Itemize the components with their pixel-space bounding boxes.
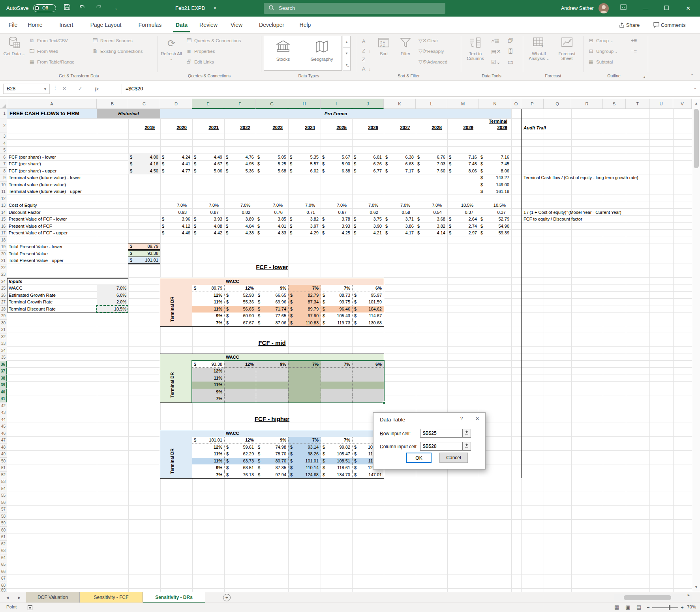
- maximize-button[interactable]: [657, 0, 676, 17]
- data-validation-icon[interactable]: ☑⌄: [491, 57, 501, 67]
- sens-cell[interactable]: $119.73: [321, 320, 352, 327]
- cell-M6[interactable]: $7.16: [447, 154, 479, 161]
- cell-N15[interactable]: $52.79: [479, 216, 511, 223]
- sens-cell[interactable]: $55.36: [224, 299, 256, 306]
- sheet-tab-sensitivity-fcf[interactable]: Sensitivity - FCF: [80, 592, 143, 603]
- sens-cell[interactable]: $147.01: [352, 472, 384, 479]
- ribbon-tab-file[interactable]: File: [7, 17, 19, 34]
- cell-G17[interactable]: $4.33: [256, 230, 288, 237]
- vertical-scrollbar[interactable]: ▲ ▼: [692, 99, 700, 592]
- ungroup-button[interactable]: ⊟Ungroup ⌄: [587, 47, 618, 56]
- column-header-F[interactable]: F: [224, 99, 256, 109]
- row-header-41[interactable]: 41: [0, 395, 7, 402]
- row-header-35[interactable]: 35: [0, 354, 7, 361]
- formula-bar-expand-icon[interactable]: ⌄: [694, 86, 697, 90]
- sens-cell[interactable]: $56.65: [224, 306, 256, 313]
- row-header-43[interactable]: 43: [0, 409, 7, 416]
- sens-row-header[interactable]: 7%: [192, 395, 224, 402]
- row-header-37[interactable]: 37: [0, 368, 7, 375]
- cell-K15[interactable]: $3.71: [384, 216, 416, 223]
- get-data-button[interactable]: Get Data ⌄: [2, 35, 26, 72]
- row-header-63[interactable]: 63: [0, 547, 7, 554]
- row-header-21[interactable]: 21: [0, 257, 7, 264]
- sens-cell[interactable]: $69.96: [256, 299, 288, 306]
- hscroll-right-icon[interactable]: ►: [687, 593, 691, 597]
- sens-cell[interactable]: [224, 389, 256, 396]
- sens-cell[interactable]: $105.47: [321, 451, 352, 458]
- sens-cell[interactable]: $130.68: [352, 320, 384, 327]
- row-header-59[interactable]: 59: [0, 520, 7, 527]
- row-header-57[interactable]: 57: [0, 506, 7, 513]
- sens-cell[interactable]: $71.74: [256, 306, 288, 313]
- sens-cell[interactable]: $74.98: [256, 444, 288, 451]
- enter-entry-icon[interactable]: ✓: [75, 84, 85, 94]
- sens-cell[interactable]: [256, 375, 288, 382]
- row-header-34[interactable]: 34: [0, 347, 7, 354]
- sens-col-header-7%[interactable]: 7%: [321, 437, 352, 444]
- sens-cell[interactable]: $67.67: [224, 320, 256, 327]
- sens-cell[interactable]: $101.59: [352, 299, 384, 306]
- properties-button[interactable]: 🗉Properties: [186, 47, 215, 56]
- column-input-range-picker-icon[interactable]: [463, 442, 471, 451]
- column-header-T[interactable]: T: [626, 99, 649, 109]
- from-table-range-button[interactable]: ▦From Table/Range: [28, 57, 74, 67]
- cell-K7[interactable]: $6.63: [384, 161, 416, 168]
- cell-C7[interactable]: $4.16: [128, 161, 160, 168]
- row-header-42[interactable]: 42: [0, 402, 7, 410]
- prev-sheet-icon[interactable]: ◄: [2, 592, 13, 603]
- sens-cell[interactable]: [256, 382, 288, 389]
- row-header-48[interactable]: 48: [0, 444, 7, 451]
- row-header-19[interactable]: 19: [0, 243, 7, 251]
- sens-col-header-9%[interactable]: 9%: [256, 437, 288, 444]
- cell-H14[interactable]: 0.71: [288, 209, 321, 216]
- gallery-scroll-arrows[interactable]: ▲▼▼̲: [343, 36, 351, 71]
- row-header-7[interactable]: 7: [0, 161, 7, 168]
- cell-N17[interactable]: $59.39: [479, 230, 511, 237]
- row-header-6[interactable]: 6: [0, 154, 7, 161]
- column-header-N[interactable]: N: [479, 99, 511, 109]
- horizontal-scrollbar[interactable]: [614, 594, 692, 601]
- ribbon-tab-page-layout[interactable]: Page Layout: [88, 17, 124, 34]
- cell-L17[interactable]: $4.14: [416, 230, 447, 237]
- hide-detail-icon[interactable]: −≡: [631, 47, 637, 56]
- sens-cell[interactable]: $114.67: [352, 313, 384, 320]
- cell-L16[interactable]: $3.82: [416, 223, 447, 230]
- column-header-E[interactable]: E: [192, 99, 224, 109]
- sens-col-header-7%[interactable]: 7%: [321, 361, 352, 368]
- cell-K6[interactable]: $6.38: [384, 154, 416, 161]
- sens-cell[interactable]: [352, 382, 384, 389]
- sheet-tab-sensitivity-drs[interactable]: Sensitivity - DRs: [143, 592, 205, 603]
- row-header-47[interactable]: 47: [0, 437, 7, 444]
- column-header-L[interactable]: L: [416, 99, 447, 109]
- cell-G8[interactable]: $5.68: [256, 168, 288, 175]
- sens-col-header-12%[interactable]: 12%: [224, 361, 256, 368]
- cell-L8[interactable]: $7.60: [416, 168, 447, 175]
- vertical-scroll-thumb[interactable]: [694, 109, 699, 168]
- cell-G15[interactable]: $3.85: [256, 216, 288, 223]
- ribbon-tab-insert[interactable]: Insert: [58, 17, 75, 34]
- page-break-view-icon[interactable]: ▤: [636, 604, 641, 610]
- sens-cell[interactable]: $68.51: [224, 464, 256, 472]
- row-input-field[interactable]: $B$25: [420, 429, 463, 438]
- total-present-value-upper[interactable]: $101.01: [128, 257, 160, 264]
- row-header-12[interactable]: 12: [0, 195, 7, 202]
- sens-cell[interactable]: [256, 368, 288, 375]
- cell-I8[interactable]: $6.38: [321, 168, 352, 175]
- row-header-20[interactable]: 20: [0, 251, 7, 258]
- cell-D15[interactable]: $3.96: [160, 216, 192, 223]
- cell-H13[interactable]: 7.0%: [288, 202, 321, 209]
- row-header-15[interactable]: 15: [0, 216, 7, 223]
- cell-K13[interactable]: 7.0%: [384, 202, 416, 209]
- cell-H6[interactable]: $5.35: [288, 154, 321, 161]
- cell-E14[interactable]: 0.87: [192, 209, 224, 216]
- cell-J13[interactable]: 7.0%: [352, 202, 384, 209]
- sens-row-header[interactable]: 7%: [192, 320, 224, 327]
- row-header-46[interactable]: 46: [0, 430, 7, 437]
- cell-F7[interactable]: $4.95: [224, 161, 256, 168]
- row-header-5[interactable]: 5: [0, 147, 7, 154]
- page-layout-view-icon[interactable]: ▣: [625, 604, 630, 610]
- flash-fill-icon[interactable]: 🗲▦: [491, 36, 499, 45]
- cell-F14[interactable]: 0.82: [224, 209, 256, 216]
- cell-J8[interactable]: $6.77: [352, 168, 384, 175]
- cell-D7[interactable]: $4.41: [160, 161, 192, 168]
